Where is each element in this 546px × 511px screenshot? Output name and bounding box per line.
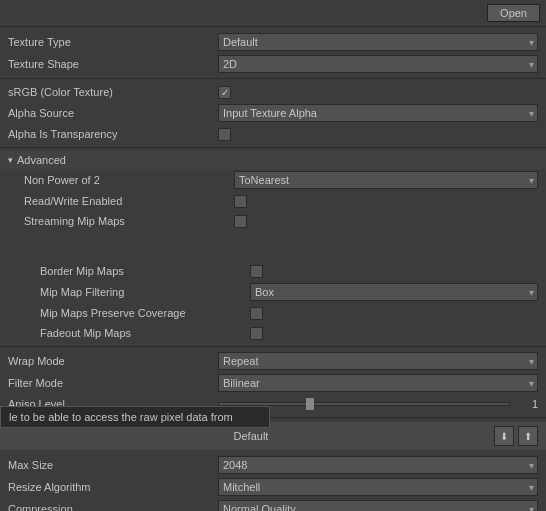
platform-label: Default xyxy=(8,430,494,442)
resize-control: Mitchell xyxy=(218,478,538,496)
open-button[interactable]: Open xyxy=(487,4,540,22)
border-mip-control xyxy=(250,265,538,278)
texture-shape-dropdown[interactable]: 2D xyxy=(218,55,538,73)
upload-icon[interactable]: ⬆ xyxy=(518,426,538,446)
non-power-dropdown-wrapper: ToNearest xyxy=(234,171,538,189)
non-power-row: Non Power of 2 ToNearest xyxy=(0,169,546,191)
streaming-section: Streaming Mip Maps le to be able to acce… xyxy=(0,211,546,231)
mip-preserve-checkbox[interactable] xyxy=(250,307,263,320)
texture-shape-dropdown-wrapper: 2D xyxy=(218,55,538,73)
compression-label: Compression xyxy=(8,503,218,511)
texture-type-label: Texture Type xyxy=(8,36,218,48)
mip-filtering-row: Mip Map Filtering Box xyxy=(0,281,546,303)
advanced-label: Advanced xyxy=(17,154,66,166)
tooltip: le to be able to access the raw pixel da… xyxy=(0,406,270,428)
resize-dropdown[interactable]: Mitchell xyxy=(218,478,538,496)
read-write-checkbox[interactable] xyxy=(234,195,247,208)
texture-type-dropdown-wrapper: Default xyxy=(218,33,538,51)
top-bar: Open xyxy=(0,0,546,27)
tooltip-text: le to be able to access the raw pixel da… xyxy=(9,411,233,423)
mip-preserve-row: Mip Maps Preserve Coverage xyxy=(0,303,546,323)
alpha-source-control: Input Texture Alpha xyxy=(218,104,538,122)
mip-filtering-control: Box xyxy=(250,283,538,301)
wrap-mode-dropdown-wrapper: Repeat xyxy=(218,352,538,370)
fadeout-mip-control xyxy=(250,327,538,340)
texture-shape-control: 2D xyxy=(218,55,538,73)
fadeout-mip-checkbox[interactable] xyxy=(250,327,263,340)
mip-preserve-label: Mip Maps Preserve Coverage xyxy=(40,307,250,319)
texture-type-control: Default xyxy=(218,33,538,51)
compression-control: Normal Quality xyxy=(218,500,538,511)
alpha-transparency-checkbox[interactable] xyxy=(218,128,231,141)
read-write-control xyxy=(234,195,538,208)
advanced-section-header[interactable]: ▾ Advanced xyxy=(0,151,546,169)
mip-filtering-dropdown[interactable]: Box xyxy=(250,283,538,301)
srgb-row: sRGB (Color Texture) ✓ xyxy=(0,82,546,102)
srgb-control: ✓ xyxy=(218,86,538,99)
download-icon[interactable]: ⬇ xyxy=(494,426,514,446)
border-mip-row: Border Mip Maps xyxy=(0,261,546,281)
alpha-source-label: Alpha Source xyxy=(8,107,218,119)
aniso-slider-fill xyxy=(219,403,306,405)
alpha-source-row: Alpha Source Input Texture Alpha xyxy=(0,102,546,124)
streaming-row: Streaming Mip Maps xyxy=(0,211,546,231)
srgb-checkbox[interactable]: ✓ xyxy=(218,86,231,99)
sep2 xyxy=(0,147,546,148)
aniso-value: 1 xyxy=(518,398,538,410)
alpha-transparency-control xyxy=(218,128,538,141)
texture-type-dropdown[interactable]: Default xyxy=(218,33,538,51)
wrap-mode-row: Wrap Mode Repeat xyxy=(0,350,546,372)
wrap-mode-control: Repeat xyxy=(218,352,538,370)
read-write-label: Read/Write Enabled xyxy=(24,195,234,207)
compression-dropdown-wrapper: Normal Quality xyxy=(218,500,538,511)
alpha-source-dropdown-wrapper: Input Texture Alpha xyxy=(218,104,538,122)
filter-mode-control: Bilinear xyxy=(218,374,538,392)
fadeout-mip-row: Fadeout Mip Maps xyxy=(0,323,546,343)
resize-row: Resize Algorithm Mitchell xyxy=(0,476,546,498)
platform-icons: ⬇ ⬆ xyxy=(494,426,538,446)
aniso-slider-thumb xyxy=(306,398,314,410)
srgb-label: sRGB (Color Texture) xyxy=(8,86,218,98)
max-size-label: Max Size xyxy=(8,459,218,471)
resize-dropdown-wrapper: Mitchell xyxy=(218,478,538,496)
streaming-checkbox[interactable] xyxy=(234,215,247,228)
alpha-transparency-label: Alpha Is Transparency xyxy=(8,128,218,140)
alpha-transparency-row: Alpha Is Transparency xyxy=(0,124,546,144)
main-content: Texture Type Default Texture Shape 2D sR… xyxy=(0,27,546,511)
sep3 xyxy=(0,346,546,347)
texture-type-row: Texture Type Default xyxy=(0,31,546,53)
read-write-row: Read/Write Enabled xyxy=(0,191,546,211)
filter-mode-dropdown[interactable]: Bilinear xyxy=(218,374,538,392)
max-size-dropdown-wrapper: 2048 xyxy=(218,456,538,474)
streaming-control xyxy=(234,215,538,228)
max-size-control: 2048 xyxy=(218,456,538,474)
alpha-source-dropdown[interactable]: Input Texture Alpha xyxy=(218,104,538,122)
mip-filtering-dropdown-wrapper: Box xyxy=(250,283,538,301)
wrap-mode-dropdown[interactable]: Repeat xyxy=(218,352,538,370)
border-mip-checkbox[interactable] xyxy=(250,265,263,278)
resize-label: Resize Algorithm xyxy=(8,481,218,493)
streaming-label: Streaming Mip Maps xyxy=(24,215,234,227)
filter-mode-label: Filter Mode xyxy=(8,377,218,389)
sep1 xyxy=(0,78,546,79)
filter-mode-row: Filter Mode Bilinear xyxy=(0,372,546,394)
wrap-mode-label: Wrap Mode xyxy=(8,355,218,367)
compression-dropdown[interactable]: Normal Quality xyxy=(218,500,538,511)
texture-shape-row: Texture Shape 2D xyxy=(0,53,546,75)
non-power-control: ToNearest xyxy=(234,171,538,189)
max-size-dropdown[interactable]: 2048 xyxy=(218,456,538,474)
mip-preserve-control xyxy=(250,307,538,320)
compression-row: Compression Normal Quality xyxy=(0,498,546,511)
mip-filtering-label: Mip Map Filtering xyxy=(40,286,250,298)
non-power-label: Non Power of 2 xyxy=(24,174,234,186)
filter-mode-dropdown-wrapper: Bilinear xyxy=(218,374,538,392)
texture-shape-label: Texture Shape xyxy=(8,58,218,70)
non-power-dropdown[interactable]: ToNearest xyxy=(234,171,538,189)
advanced-arrow-icon: ▾ xyxy=(8,155,13,165)
fadeout-mip-label: Fadeout Mip Maps xyxy=(40,327,250,339)
border-mip-label: Border Mip Maps xyxy=(40,265,250,277)
max-size-row: Max Size 2048 xyxy=(0,454,546,476)
